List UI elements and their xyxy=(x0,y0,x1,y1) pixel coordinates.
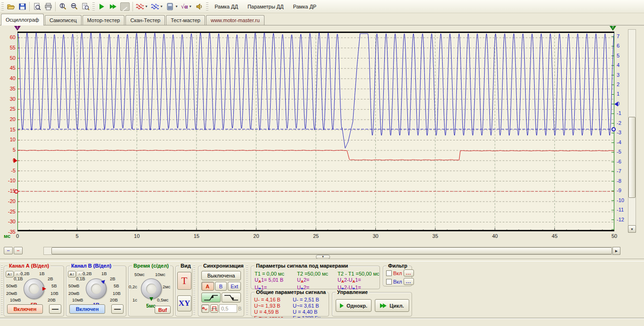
knob-label: 0,1В xyxy=(14,276,23,281)
markers-a-button[interactable]: .. xyxy=(14,247,23,254)
dropdown-arrow-icon[interactable]: ▼ xyxy=(175,5,178,8)
common-params-b: U- = 2,51 ВU~= 3,61 В U = 4,40 ВF = 1308… xyxy=(293,297,321,321)
toolbar-separator xyxy=(29,2,30,11)
buffer-button[interactable]: Buf xyxy=(155,306,171,314)
tab-test-master[interactable]: Тест-мастер xyxy=(166,15,205,25)
channel-b-scale-knob[interactable] xyxy=(86,278,107,299)
left-axis-label: 20 xyxy=(0,116,16,122)
knob-label: 0,2с xyxy=(129,284,137,289)
hscroll-thumb[interactable] xyxy=(51,247,612,254)
sync-edge-rising-button[interactable] xyxy=(201,293,221,302)
channel-b-level-marker[interactable] xyxy=(611,127,616,131)
zoom-vertical-icon xyxy=(59,3,67,10)
toolbar-grip[interactable] xyxy=(92,2,95,11)
channel-a-scale-knob[interactable] xyxy=(24,278,44,299)
vscroll-down-button[interactable]: ▼ xyxy=(628,225,636,233)
panel-grip[interactable] xyxy=(246,265,248,316)
sync-mode-pulse-button[interactable] xyxy=(210,304,218,313)
rising-edge-icon xyxy=(203,294,219,302)
sqrt-alpha-icon: √α xyxy=(181,3,188,10)
math-functions-button[interactable]: √α ▼ xyxy=(180,1,193,12)
tab-motor-tester[interactable]: Мотор-тестер xyxy=(83,15,125,25)
time-title: Время (с/дел) xyxy=(132,263,170,269)
frame-dr-button[interactable]: Рамка ДР xyxy=(289,1,322,12)
sync-mode-wave-button[interactable] xyxy=(201,304,209,313)
run-single-button[interactable]: Однокр. xyxy=(336,299,372,312)
sync-edge-falling-button[interactable] xyxy=(222,293,241,302)
left-axis-label: 55 xyxy=(0,45,16,50)
params-dd-button[interactable]: Параметры ДД xyxy=(243,1,289,12)
knob-label: 1В xyxy=(39,271,45,276)
sync-level-input[interactable] xyxy=(219,304,237,313)
filter-a-more-button[interactable]: ... xyxy=(404,269,414,277)
panel-grip[interactable] xyxy=(1,265,3,316)
tab-scan-tester[interactable]: Скан-Тестер xyxy=(125,15,165,25)
sync-off-button[interactable]: Выключена xyxy=(201,271,241,280)
wave-a-red-icon: + xyxy=(136,3,144,10)
open-folder-button[interactable] xyxy=(5,1,17,12)
tab-oscilloscope[interactable]: Осциллограф xyxy=(1,14,44,25)
time-marker-2[interactable]: 2 xyxy=(610,26,616,31)
sync-source-b-button[interactable]: В xyxy=(215,282,227,291)
hscroll-right-button[interactable]: ▶ xyxy=(612,247,620,255)
channel-a-minus-button[interactable]: — xyxy=(49,304,61,314)
right-axis-label: 3 xyxy=(617,72,619,78)
zoom-horizontal-icon xyxy=(70,3,78,10)
knob-label: 5В xyxy=(51,283,57,288)
view-xy-button[interactable]: XY xyxy=(177,295,191,311)
knob-label: 50мВ xyxy=(6,283,17,288)
markers-b-button[interactable]: .. xyxy=(4,247,13,254)
channel-b-settings-button[interactable]: + ▼ xyxy=(149,1,165,12)
filter-b-checkbox[interactable] xyxy=(386,279,392,285)
left-axis-label: 10 xyxy=(0,137,16,142)
toolbar-grip[interactable] xyxy=(1,2,4,11)
panel-grip[interactable] xyxy=(193,265,195,316)
frame-dd-button[interactable]: Рамка ДД xyxy=(210,1,243,12)
save-button[interactable] xyxy=(17,1,28,12)
view-t-button[interactable]: T xyxy=(177,272,191,290)
vscroll-thumb[interactable] xyxy=(628,117,636,198)
channel-b-minus-button[interactable]: — xyxy=(111,304,124,314)
tab-website[interactable]: www.motor-master.ru xyxy=(206,15,264,25)
dropdown-arrow-icon[interactable]: ▼ xyxy=(145,5,148,8)
dropdown-arrow-icon[interactable]: ▼ xyxy=(189,5,192,8)
x-axis-label: 45 xyxy=(552,233,557,239)
x-axis-label: 30 xyxy=(372,233,378,239)
x-axis-unit: мс xyxy=(4,233,10,239)
sound-button[interactable] xyxy=(193,1,205,12)
x-axis-label: 35 xyxy=(432,233,438,239)
run-button[interactable] xyxy=(96,1,107,12)
channel-a-power-button[interactable]: Включен xyxy=(7,304,43,314)
oscilloscope-plot-area: 1 2 605550454035302520151050-5-10-15-20-… xyxy=(0,25,644,258)
time-marker-1[interactable]: 1 xyxy=(14,26,21,31)
filter-b-more-button[interactable]: ... xyxy=(404,278,414,285)
knob-label: 5В xyxy=(114,283,119,288)
toolbar-grip[interactable] xyxy=(206,2,208,11)
waveform-canvas[interactable] xyxy=(17,32,614,231)
filter-a-checkbox[interactable] xyxy=(386,270,392,276)
tab-recorder[interactable]: Самописец xyxy=(45,15,82,25)
zoom-horizontal-button[interactable] xyxy=(68,1,80,12)
sync-level-unit: В xyxy=(238,306,241,311)
print-preview-button[interactable] xyxy=(31,1,42,12)
left-axis-label: 0 xyxy=(0,157,16,163)
time-scale-knob[interactable] xyxy=(141,278,162,299)
right-axis-label: -10 xyxy=(617,197,624,203)
dropdown-arrow-icon[interactable]: ▼ xyxy=(160,5,163,8)
zoom-vertical-button[interactable] xyxy=(57,1,68,12)
right-axis-label: -8 xyxy=(617,178,621,184)
page-zoom-button[interactable] xyxy=(80,1,91,12)
left-axis-label: -5 xyxy=(0,168,16,173)
falling-edge-icon xyxy=(223,294,239,302)
right-axis-label: 6 xyxy=(617,43,619,49)
run-cyclic-button[interactable]: Цикл. xyxy=(375,299,409,312)
sync-source-a-button[interactable]: А xyxy=(201,282,214,291)
run-cycle-button[interactable] xyxy=(107,1,119,12)
channel-b-power-button[interactable]: Включен xyxy=(69,304,105,314)
channel-a-group: Канал А (В/дел) А↕ А↕ 0,2В 1В 0,1В 2В 50… xyxy=(4,266,64,317)
calculator-button[interactable]: ▼ xyxy=(165,1,180,12)
sync-source-ext-button[interactable]: Ext xyxy=(228,282,241,291)
print-button[interactable] xyxy=(42,1,54,12)
filter-group: Фильтр Вкл ... Вкл ... xyxy=(383,266,412,286)
channel-a-settings-button[interactable]: + ▼ xyxy=(134,1,149,12)
